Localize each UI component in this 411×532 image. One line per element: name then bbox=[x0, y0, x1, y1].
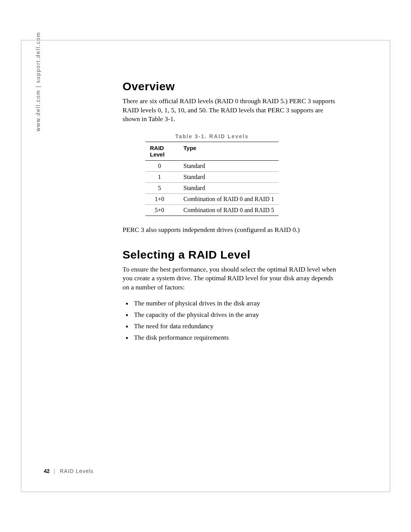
table-row: 5 Standard bbox=[145, 182, 279, 193]
table-row: 0 Standard bbox=[145, 160, 279, 171]
raid-levels-table-wrapper: Table 3-1. RAID Levels RAID Level Type 0… bbox=[145, 133, 279, 216]
list-item: The disk performance requirements bbox=[132, 332, 339, 343]
cell-level: 0 bbox=[145, 160, 179, 171]
table-row: 5+0 Combination of RAID 0 and RAID 5 bbox=[145, 204, 279, 216]
table-row: 1+0 Combination of RAID 0 and RAID 1 bbox=[145, 193, 279, 204]
cell-level: 1 bbox=[145, 171, 179, 182]
selecting-section: Selecting a RAID Level To ensure the bes… bbox=[123, 248, 339, 343]
page-footer: 42 | RAID Levels bbox=[44, 468, 94, 474]
header-line2: Level bbox=[150, 151, 164, 158]
table-header-type: Type bbox=[179, 142, 279, 160]
overview-heading: Overview bbox=[123, 80, 339, 93]
cell-level: 5 bbox=[145, 182, 179, 193]
main-content: Overview There are six official RAID lev… bbox=[123, 80, 339, 343]
footer-separator: | bbox=[54, 468, 56, 474]
list-item: The need for data redundancy bbox=[132, 321, 339, 332]
raid-levels-table: RAID Level Type 0 Standard 1 Standard 5 bbox=[145, 142, 279, 216]
header-line1: RAID bbox=[150, 145, 164, 151]
cell-type: Combination of RAID 0 and RAID 1 bbox=[179, 193, 279, 204]
overview-after-table: PERC 3 also supports independent drives … bbox=[123, 225, 339, 235]
cell-type: Standard bbox=[179, 182, 279, 193]
cell-level: 1+0 bbox=[145, 193, 179, 204]
list-item: The number of physical drives in the dis… bbox=[132, 298, 339, 309]
cell-type: Standard bbox=[179, 171, 279, 182]
side-website-label: www.dell.com | support.dell.com bbox=[35, 32, 41, 131]
overview-paragraph: There are six official RAID levels (RAID… bbox=[123, 97, 339, 124]
table-header-row: RAID Level Type bbox=[145, 142, 279, 160]
table-header-raid-level: RAID Level bbox=[145, 142, 179, 160]
table-caption: Table 3-1. RAID Levels bbox=[145, 133, 279, 139]
cell-type: Standard bbox=[179, 160, 279, 171]
cell-level: 5+0 bbox=[145, 204, 179, 216]
selecting-heading: Selecting a RAID Level bbox=[123, 248, 339, 261]
factors-list: The number of physical drives in the dis… bbox=[132, 298, 339, 343]
page-number: 42 bbox=[44, 468, 50, 474]
table-row: 1 Standard bbox=[145, 171, 279, 182]
cell-type: Combination of RAID 0 and RAID 5 bbox=[179, 204, 279, 216]
footer-chapter: RAID Levels bbox=[60, 468, 94, 474]
list-item: The capacity of the physical drives in t… bbox=[132, 309, 339, 321]
selecting-paragraph: To ensure the best performance, you shou… bbox=[123, 265, 339, 292]
